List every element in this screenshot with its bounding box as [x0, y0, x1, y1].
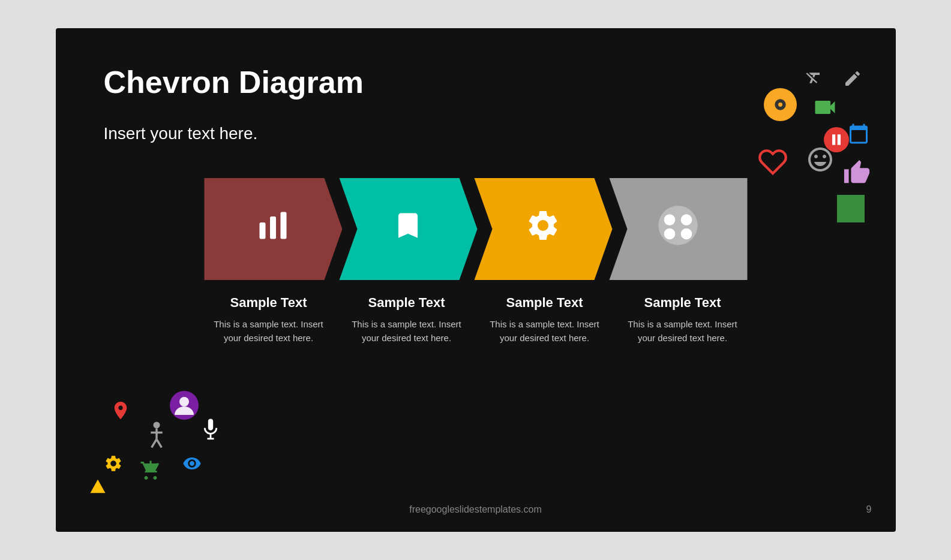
label-title-3: Sample Text [506, 295, 583, 311]
microphone-icon [200, 418, 221, 450]
label-title-4: Sample Text [644, 295, 721, 311]
label-desc-1: This is a sample text. Insert your desir… [206, 318, 332, 345]
pencil-icon [843, 69, 862, 91]
label-col-2: Sample Text This is a sample text. Inser… [338, 295, 476, 345]
chevron-2 [335, 178, 482, 280]
label-title-2: Sample Text [368, 295, 445, 311]
no-format-icon [805, 69, 823, 89]
user-avatar-icon [170, 391, 199, 422]
label-col-4: Sample Text This is a sample text. Inser… [614, 295, 752, 345]
decorative-icons-group [86, 388, 218, 496]
label-desc-4: This is a sample text. Insert your desir… [620, 318, 746, 345]
footer-page-number: 9 [866, 504, 872, 515]
svg-rect-27 [832, 134, 835, 145]
label-desc-3: This is a sample text. Insert your desir… [482, 318, 608, 345]
green-square-icon [837, 195, 865, 225]
slide-title: Chevron Diagram [104, 64, 364, 100]
eye-blue-icon [179, 454, 205, 475]
label-desc-2: This is a sample text. Insert your desir… [344, 318, 470, 345]
video-camera-icon [812, 94, 838, 123]
thumbs-up-icon [843, 159, 871, 189]
svg-point-25 [778, 103, 782, 107]
calendar-icon [848, 123, 869, 147]
person-icon [146, 421, 167, 453]
svg-rect-29 [837, 195, 865, 222]
heart-icon [758, 147, 788, 179]
footer-url: freegoogleslidestemplates.com [409, 504, 542, 515]
chevron-1 [200, 178, 347, 280]
label-title-1: Sample Text [230, 295, 307, 311]
svg-point-18 [179, 397, 189, 407]
chevron-4 [605, 178, 752, 280]
labels-row: Sample Text This is a sample text. Inser… [200, 295, 752, 345]
vinyl-record-icon [764, 88, 797, 124]
slide-subtitle: Insert your text here. [104, 124, 258, 143]
triangle-yellow-icon [89, 478, 107, 497]
svg-point-12 [153, 421, 160, 428]
smiley-icon [806, 145, 835, 176]
svg-marker-0 [204, 178, 342, 280]
cart-green-icon [140, 460, 161, 484]
svg-line-16 [157, 439, 161, 448]
floating-icons-group [746, 58, 866, 238]
svg-marker-5 [474, 178, 612, 280]
location-pin-icon [110, 400, 131, 429]
svg-rect-19 [208, 419, 212, 430]
label-col-3: Sample Text This is a sample text. Inser… [476, 295, 614, 345]
chevron-3 [470, 178, 617, 280]
svg-marker-6 [609, 178, 747, 280]
svg-marker-4 [339, 178, 477, 280]
svg-line-15 [151, 439, 156, 448]
slide: Chevron Diagram Insert your text here. [56, 28, 896, 532]
gear-yellow-icon [104, 454, 123, 475]
svg-marker-22 [90, 480, 105, 493]
chevron-row [200, 178, 752, 280]
label-col-1: Sample Text This is a sample text. Inser… [200, 295, 338, 345]
svg-rect-28 [837, 134, 840, 145]
